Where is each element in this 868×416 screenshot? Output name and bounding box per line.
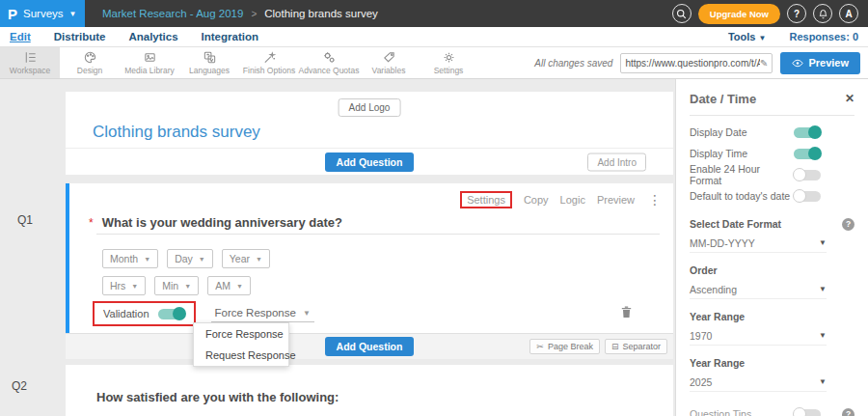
top-bar: P Surveys ▼ Market Research - Aug 2019 >… xyxy=(0,0,868,27)
toolbar-item-finish-options[interactable]: Finish Options xyxy=(239,47,299,78)
order-select[interactable]: Ascending ▼ xyxy=(690,280,827,299)
panel-divider xyxy=(690,115,854,116)
separator-button[interactable]: ⊟Separator xyxy=(605,339,667,354)
ampm-select[interactable]: AM▼ xyxy=(207,276,251,295)
q1-action-links: Settings Copy Logic Preview ⋮ xyxy=(460,191,662,208)
hours-select[interactable]: Hrs▼ xyxy=(102,276,146,295)
setting-row-question-tips: Question Tips ? xyxy=(690,403,854,416)
question-card-q2: How satisfied are you with the following… xyxy=(66,365,673,416)
month-select[interactable]: Month▼ xyxy=(102,249,158,268)
year-range-start-select[interactable]: 1970 ▼ xyxy=(690,326,827,346)
force-response-dropdown[interactable]: Force Response ▼ xyxy=(211,305,314,322)
toolbar-item-workspace[interactable]: Workspace xyxy=(0,47,60,78)
panel-title: Date / Time xyxy=(690,92,756,106)
tab-distribute[interactable]: Distribute xyxy=(54,31,106,42)
survey-url-box: ✎ xyxy=(620,53,773,73)
image-icon xyxy=(143,50,157,65)
toolbar-item-design[interactable]: Design xyxy=(60,47,120,78)
gear-icon xyxy=(442,50,456,65)
year-select[interactable]: Year▼ xyxy=(222,249,270,268)
year-range-end-label: Year Range xyxy=(690,355,854,371)
toolbar-item-variables[interactable]: Variables xyxy=(359,47,419,78)
notifications-button[interactable] xyxy=(813,4,832,23)
menu-item-request-response[interactable]: Request Response xyxy=(194,345,288,366)
date-format-select[interactable]: MM-DD-YYYY ▼ xyxy=(690,234,827,253)
questionpro-survey-editor: P Surveys ▼ Market Research - Aug 2019 >… xyxy=(0,0,868,416)
page-break-icon: ✂ xyxy=(536,342,544,351)
toolbar-item-media-library[interactable]: Media Library xyxy=(120,47,179,78)
toolbar-item-languages[interactable]: Languages xyxy=(179,47,239,78)
question-card-q1: Settings Copy Logic Preview ⋮ * What is … xyxy=(66,183,673,333)
chevron-down-icon: ▼ xyxy=(819,285,827,293)
q1-logic-link[interactable]: Logic xyxy=(560,194,585,206)
questionpro-logo-icon: P xyxy=(8,7,17,21)
q1-preview-link[interactable]: Preview xyxy=(597,194,635,206)
q2-question-text[interactable]: How satisfied are you with the following… xyxy=(96,390,339,404)
tab-analytics[interactable]: Analytics xyxy=(128,31,177,42)
search-button[interactable] xyxy=(672,4,692,23)
chevron-down-icon: ▼ xyxy=(819,238,827,247)
q1-settings-link-highlighted[interactable]: Settings xyxy=(460,191,512,208)
day-select[interactable]: Day▼ xyxy=(167,249,213,268)
page-break-button[interactable]: ✂Page Break xyxy=(529,339,600,354)
chevron-down-icon: ▼ xyxy=(131,283,138,290)
help-button[interactable]: ? xyxy=(787,4,806,23)
kebab-menu-icon[interactable]: ⋮ xyxy=(648,192,662,208)
workspace-toolbar: Workspace Design Media Library Languages… xyxy=(0,47,868,79)
setting-row-default-today: Default to today's date xyxy=(690,185,854,207)
menu-item-force-response[interactable]: Force Response xyxy=(194,323,288,345)
upgrade-now-button[interactable]: Upgrade Now xyxy=(698,4,780,24)
close-icon[interactable]: ✕ xyxy=(845,92,854,105)
q1-question-text[interactable]: What is your wedding anniversary date? xyxy=(102,215,342,230)
question-number-q2: Q2 xyxy=(12,379,27,393)
validation-highlight-box: Validation xyxy=(93,301,196,326)
panel-header: Date / Time ✕ xyxy=(690,89,854,108)
survey-url-input[interactable] xyxy=(625,58,760,69)
add-logo-button[interactable]: Add Logo xyxy=(339,98,401,117)
tab-edit[interactable]: Edit xyxy=(10,31,31,42)
help-icon[interactable]: ? xyxy=(842,408,854,416)
toolbar-item-advance-quotas[interactable]: Advance Quotas xyxy=(299,47,359,78)
toolbar-item-settings[interactable]: Settings xyxy=(419,47,478,78)
chevron-down-icon: ▼ xyxy=(184,283,191,290)
tab-integration[interactable]: Integration xyxy=(202,31,258,42)
question-tips-toggle[interactable] xyxy=(794,409,821,416)
tools-dropdown[interactable]: Tools ▼ xyxy=(728,31,767,42)
help-icon[interactable]: ? xyxy=(842,218,854,231)
chevron-down-icon: ▼ xyxy=(144,256,150,263)
setting-row-display-time: Display Time xyxy=(690,143,854,164)
validation-label: Validation xyxy=(103,308,149,319)
breadcrumb-folder[interactable]: Market Research - Aug 2019 xyxy=(102,8,243,19)
enable-24-hour-toggle[interactable] xyxy=(794,170,821,180)
preview-button[interactable]: Preview xyxy=(780,52,860,74)
account-avatar[interactable]: A xyxy=(839,4,858,23)
menu-bar-right: Tools ▼ Responses: 0 xyxy=(728,31,858,42)
q1-time-selects: Hrs▼ Min▼ AM▼ xyxy=(102,276,251,295)
survey-header-card: Add Logo Clothing brands survey Add Ques… xyxy=(66,92,673,175)
q1-copy-link[interactable]: Copy xyxy=(524,194,549,206)
add-question-button-top[interactable]: Add Question xyxy=(325,153,415,172)
year-range-end-select[interactable]: 2025 ▼ xyxy=(690,373,827,392)
display-time-toggle[interactable] xyxy=(794,149,821,159)
separator-icon: ⊟ xyxy=(611,342,619,351)
chevron-down-icon: ▼ xyxy=(819,377,827,386)
responses-count[interactable]: Responses: 0 xyxy=(789,31,858,42)
year-range-start-label: Year Range xyxy=(690,309,854,324)
minutes-select[interactable]: Min▼ xyxy=(154,276,199,295)
surveys-product-switcher[interactable]: P Surveys ▼ xyxy=(0,0,85,27)
display-date-toggle[interactable] xyxy=(794,127,821,138)
chevron-down-icon: ▼ xyxy=(303,309,311,318)
gears-icon xyxy=(322,50,337,65)
menu-bar: Edit Distribute Analytics Integration To… xyxy=(0,27,868,47)
add-intro-button[interactable]: Add Intro xyxy=(587,153,646,171)
product-name: Surveys xyxy=(23,8,64,19)
q1-date-selects: Month▼ Day▼ Year▼ xyxy=(102,249,270,268)
delete-question-button[interactable] xyxy=(620,305,633,322)
default-today-toggle[interactable] xyxy=(794,191,821,202)
survey-title[interactable]: Clothing brands survey xyxy=(93,123,260,142)
validation-toggle[interactable] xyxy=(158,309,185,319)
edit-url-icon[interactable]: ✎ xyxy=(760,58,768,69)
add-question-button-middle[interactable]: Add Question xyxy=(325,337,415,356)
eye-icon xyxy=(792,59,803,68)
translate-icon xyxy=(203,50,217,65)
